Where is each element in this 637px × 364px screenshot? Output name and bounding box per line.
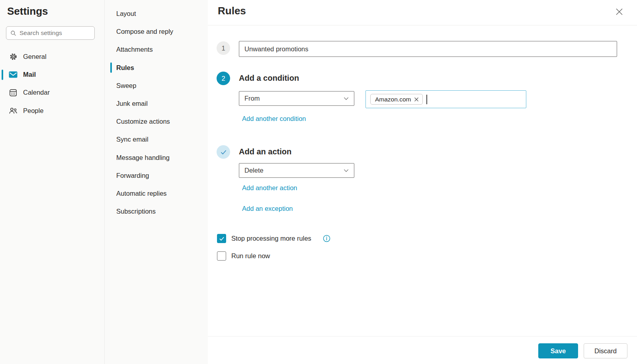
subnav-item-sweep[interactable]: Sweep	[105, 77, 208, 95]
subnav-item-rules[interactable]: Rules	[105, 59, 208, 77]
info-icon[interactable]	[323, 235, 330, 242]
add-condition-heading: Add a condition	[239, 74, 299, 83]
remove-chip-icon[interactable]	[414, 97, 419, 102]
subnav-item-layout[interactable]: Layout	[105, 5, 208, 23]
subnav-item-label: Attachments	[116, 46, 153, 53]
stop-processing-checkbox[interactable]	[217, 234, 226, 243]
step-3-badge	[217, 145, 230, 159]
stop-processing-row: Stop processing more rules	[217, 234, 330, 243]
subnav-item-label: Junk email	[116, 100, 148, 107]
add-action-heading: Add an action	[239, 147, 291, 156]
add-another-action-link[interactable]: Add another action	[242, 184, 297, 192]
action-type-dropdown[interactable]: Delete	[239, 163, 354, 178]
subnav-item-junk-email[interactable]: Junk email	[105, 95, 208, 113]
subnav-item-label: Sweep	[116, 82, 136, 90]
checkbox-label: Run rule now	[231, 252, 270, 260]
condition-type-value: From	[244, 95, 260, 102]
run-rule-now-checkbox[interactable]	[217, 251, 226, 261]
close-button[interactable]	[614, 6, 624, 17]
sidebar-item-general[interactable]: General	[0, 48, 104, 66]
settings-title: Settings	[7, 5, 48, 18]
check-icon	[220, 149, 227, 156]
people-icon	[9, 106, 18, 115]
step-number: 1	[221, 45, 225, 52]
subnav-item-customize-actions[interactable]: Customize actions	[105, 113, 208, 130]
condition-value-chip[interactable]: Amazon.com	[370, 94, 423, 105]
settings-sidebar: Settings General	[0, 0, 105, 364]
calendar-icon	[9, 88, 18, 97]
subnav-item-sync-email[interactable]: Sync email	[105, 130, 208, 148]
text-caret	[426, 95, 427, 104]
subnav-item-label: Layout	[116, 10, 136, 18]
close-icon	[616, 8, 623, 16]
save-button[interactable]: Save	[538, 343, 578, 358]
chevron-down-icon	[343, 95, 349, 101]
page-title: Rules	[218, 5, 246, 17]
sidebar-item-label: Mail	[23, 71, 36, 78]
search-icon	[10, 30, 16, 36]
gear-icon	[9, 53, 18, 61]
footer-divider	[208, 336, 637, 337]
checkbox-label: Stop processing more rules	[231, 235, 311, 242]
subnav-item-message-handling[interactable]: Message handling	[105, 149, 208, 167]
sidebar-item-mail[interactable]: Mail	[0, 66, 104, 84]
active-indicator	[2, 70, 3, 80]
mail-settings-subnav: Layout Compose and reply Attachments Rul…	[105, 0, 208, 364]
discard-button[interactable]: Discard	[584, 343, 627, 358]
sidebar-item-label: Calendar	[23, 89, 50, 96]
subnav-item-label: Message handling	[116, 154, 170, 162]
header-divider	[208, 25, 637, 25]
chip-label: Amazon.com	[375, 96, 411, 103]
subnav-item-label: Compose and reply	[116, 28, 173, 35]
subnav-item-label: Sync email	[116, 136, 149, 143]
step-2-badge: 2	[217, 72, 230, 85]
settings-search[interactable]	[6, 26, 95, 40]
sidebar-item-calendar[interactable]: Calendar	[0, 84, 104, 101]
check-icon	[219, 236, 225, 241]
add-exception-link[interactable]: Add an exception	[242, 205, 293, 212]
subnav-item-label: Customize actions	[116, 118, 170, 125]
add-another-condition-link[interactable]: Add another condition	[242, 115, 306, 123]
subnav-item-attachments[interactable]: Attachments	[105, 41, 208, 58]
active-indicator	[110, 62, 112, 73]
rules-panel: Rules 1 2 Add a condition From Amazon.co…	[208, 0, 637, 364]
sidebar-item-label: People	[23, 107, 43, 115]
condition-value-input[interactable]: Amazon.com	[365, 90, 526, 108]
chevron-down-icon	[343, 167, 349, 173]
subnav-item-forwarding[interactable]: Forwarding	[105, 167, 208, 185]
subnav-item-label: Forwarding	[116, 172, 149, 179]
sidebar-item-people[interactable]: People	[0, 102, 104, 120]
subnav-item-label: Automatic replies	[116, 190, 167, 197]
subnav-item-compose-and-reply[interactable]: Compose and reply	[105, 23, 208, 41]
subnav-item-label: Rules	[116, 64, 134, 72]
mail-icon	[9, 70, 18, 79]
search-input[interactable]	[20, 29, 90, 37]
sidebar-item-label: General	[23, 53, 47, 60]
subnav-item-label: Subscriptions	[116, 208, 156, 215]
step-1-badge: 1	[217, 41, 230, 55]
subnav-item-automatic-replies[interactable]: Automatic replies	[105, 185, 208, 202]
action-type-value: Delete	[244, 167, 264, 174]
condition-type-dropdown[interactable]: From	[239, 91, 354, 106]
rule-name-input[interactable]	[239, 41, 617, 57]
subnav-item-subscriptions[interactable]: Subscriptions	[105, 202, 208, 220]
step-number: 2	[221, 75, 225, 82]
sidebar-nav: General Mail Calen	[0, 48, 104, 120]
run-rule-now-row: Run rule now	[217, 251, 270, 261]
